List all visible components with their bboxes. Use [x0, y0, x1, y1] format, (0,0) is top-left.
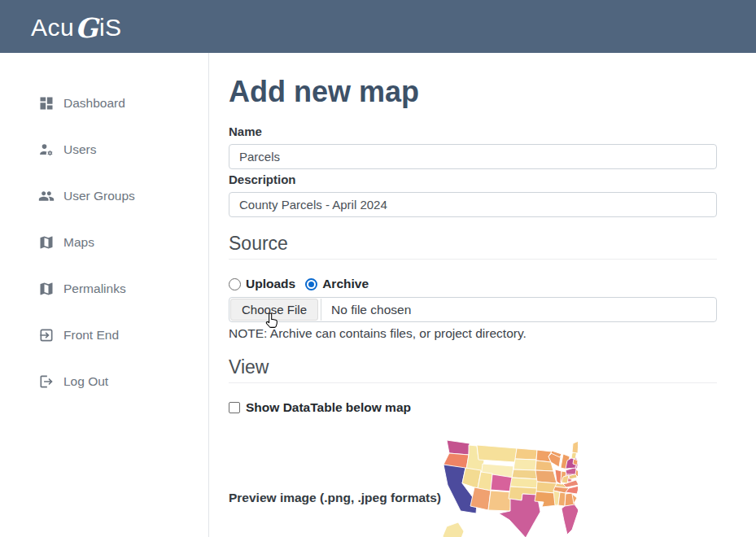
- logo-text-acu: Acu: [31, 14, 74, 41]
- preview-map-image: [442, 437, 578, 537]
- datatable-checkbox-row: Show DataTable below map: [229, 400, 756, 415]
- file-input-divider: [321, 299, 321, 321]
- view-section-heading: View: [229, 356, 756, 378]
- front-end-icon: [38, 327, 55, 343]
- us-choropleth-map-image: [442, 437, 578, 537]
- users-icon: [38, 142, 55, 158]
- uploads-radio-label[interactable]: Uploads: [246, 277, 295, 291]
- sidebar-nav: Dashboard Users User Groups Maps: [0, 53, 209, 537]
- archive-radio-label[interactable]: Archive: [322, 277, 369, 291]
- description-input[interactable]: [229, 192, 717, 217]
- source-radio-group: Uploads Archive: [229, 277, 756, 291]
- preview-image-label: Preview image (.png, .jpeg formats): [229, 491, 442, 505]
- app-logo: AcuGiS: [31, 11, 122, 42]
- log-out-icon: [38, 373, 55, 390]
- sidebar-item-front-end[interactable]: Front End: [0, 312, 208, 358]
- description-field-label: Description: [229, 172, 756, 186]
- view-section-divider: [229, 382, 717, 383]
- maps-icon: [38, 234, 55, 251]
- show-datatable-checkbox[interactable]: [229, 402, 240, 413]
- archive-note-text: NOTE: Archive can contains files, or pro…: [229, 326, 756, 341]
- sidebar-item-label: Front End: [63, 328, 119, 343]
- choose-file-button[interactable]: Choose File: [230, 299, 318, 321]
- sidebar-item-users[interactable]: Users: [0, 126, 208, 172]
- archive-radio[interactable]: [305, 278, 317, 290]
- sidebar-item-label: Permalinks: [63, 282, 126, 296]
- permalinks-icon: [38, 281, 55, 297]
- archive-file-input[interactable]: Choose File No file chosen: [229, 297, 717, 322]
- logo-text-is: iS: [99, 14, 122, 41]
- sidebar-item-label: User Groups: [63, 189, 135, 203]
- uploads-radio[interactable]: [229, 278, 241, 290]
- sidebar-item-permalinks[interactable]: Permalinks: [0, 265, 208, 312]
- sidebar-item-dashboard[interactable]: Dashboard: [0, 80, 208, 126]
- sidebar-item-label: Maps: [63, 235, 94, 250]
- user-groups-icon: [38, 188, 55, 204]
- file-chosen-status: No file chosen: [331, 303, 411, 317]
- main-content: Add new map Name Description Source Uplo…: [209, 53, 756, 537]
- app-header: AcuGiS: [0, 0, 756, 53]
- sidebar-item-user-groups[interactable]: User Groups: [0, 172, 208, 219]
- logo-text-g: G: [75, 12, 98, 44]
- name-input[interactable]: [229, 144, 717, 169]
- sidebar-item-label: Log Out: [63, 374, 108, 389]
- name-field-label: Name: [229, 124, 756, 138]
- preview-image-row: Preview image (.png, .jpeg formats): [229, 437, 756, 537]
- sidebar-item-label: Users: [63, 142, 96, 157]
- sidebar-item-maps[interactable]: Maps: [0, 219, 208, 265]
- dashboard-icon: [38, 95, 55, 111]
- page-title: Add new map: [229, 72, 756, 111]
- source-section-divider: [229, 259, 717, 260]
- sidebar-item-log-out[interactable]: Log Out: [0, 358, 208, 404]
- show-datatable-checkbox-label[interactable]: Show DataTable below map: [246, 400, 411, 415]
- sidebar-item-label: Dashboard: [63, 96, 125, 111]
- source-section-heading: Source: [229, 233, 756, 254]
